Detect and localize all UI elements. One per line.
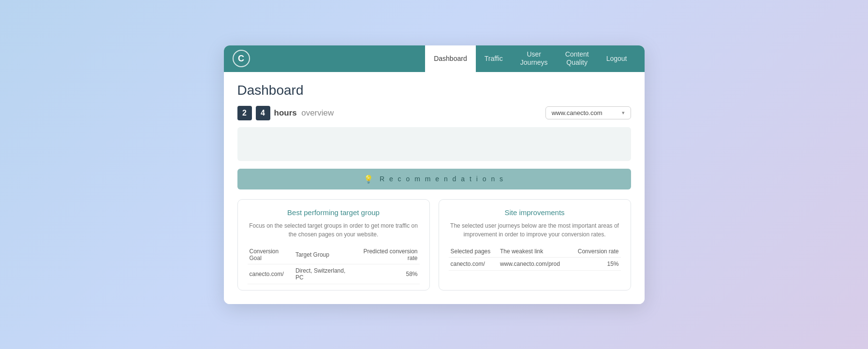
col-conversion-goal: Conversion Goal	[248, 246, 294, 264]
bulb-icon: 💡	[364, 174, 375, 184]
recommendations-bar: 💡 R e c o m m e n d a t i o n s	[237, 169, 631, 189]
site-improvements-desc: The selected user journeys below are the…	[449, 221, 621, 239]
best-performing-title: Best performing target group	[248, 208, 420, 217]
site-url-text: www.canecto.com	[552, 109, 603, 116]
col-target-group: Target Group	[294, 246, 354, 264]
cards-row: Best performing target group Focus on th…	[237, 199, 631, 291]
page-title: Dashboard	[237, 83, 631, 98]
cell-page: canecto.com/	[449, 257, 498, 270]
logo-area: C	[233, 50, 426, 67]
digit-4: 4	[256, 106, 270, 120]
recommendations-label: R e c o m m e n d a t i o n s	[380, 175, 504, 183]
app-container: C Dashboard Traffic User Journeys Conten…	[224, 45, 645, 304]
app-logo: C	[233, 50, 250, 67]
site-selector[interactable]: www.canecto.com ▾	[545, 106, 631, 119]
nav-dashboard[interactable]: Dashboard	[425, 45, 476, 72]
site-improvements-table: Selected pages The weakest link Conversi…	[449, 246, 621, 271]
site-improvements-title: Site improvements	[449, 208, 621, 217]
chevron-down-icon: ▾	[622, 110, 625, 116]
cell-rate: 15%	[570, 257, 621, 270]
table-row: canecto.com/ www.canecto.com/prod 15%	[449, 257, 621, 270]
hours-left: 2 4 hours overview	[237, 106, 334, 120]
hours-label: hours overview	[274, 108, 334, 118]
hours-row: 2 4 hours overview www.canecto.com ▾	[237, 106, 631, 120]
cell-goal: canecto.com/	[248, 264, 294, 284]
site-improvements-card: Site improvements The selected user jour…	[439, 199, 631, 291]
chart-area	[237, 127, 631, 161]
cell-rate: 58%	[354, 264, 420, 284]
digit-2: 2	[237, 106, 252, 120]
table-row: canecto.com/ Direct, Switzerland, PC 58%	[248, 264, 420, 284]
best-performing-card: Best performing target group Focus on th…	[237, 199, 430, 291]
cell-group: Direct, Switzerland, PC	[294, 264, 354, 284]
col-selected-pages: Selected pages	[449, 246, 498, 258]
col-conversion-rate: Conversion rate	[570, 246, 621, 258]
best-performing-table: Conversion Goal Target Group Predicted c…	[248, 246, 420, 284]
nav-logout[interactable]: Logout	[598, 45, 636, 72]
nav-user-journeys[interactable]: User Journeys	[512, 45, 557, 72]
nav-content-quality[interactable]: Content Quality	[557, 45, 598, 72]
nav-traffic[interactable]: Traffic	[476, 45, 512, 72]
nav-links: Dashboard Traffic User Journeys Content …	[425, 45, 635, 72]
col-weakest-link: The weakest link	[498, 246, 570, 258]
table-header-row: Selected pages The weakest link Conversi…	[449, 246, 621, 258]
table-header-row: Conversion Goal Target Group Predicted c…	[248, 246, 420, 264]
col-predicted-rate: Predicted conversion rate	[354, 246, 420, 264]
navbar: C Dashboard Traffic User Journeys Conten…	[224, 45, 645, 72]
cell-weakest: www.canecto.com/prod	[498, 257, 570, 270]
main-content: Dashboard 2 4 hours overview www.canecto…	[224, 72, 645, 304]
best-performing-desc: Focus on the selected target groups in o…	[248, 221, 420, 239]
